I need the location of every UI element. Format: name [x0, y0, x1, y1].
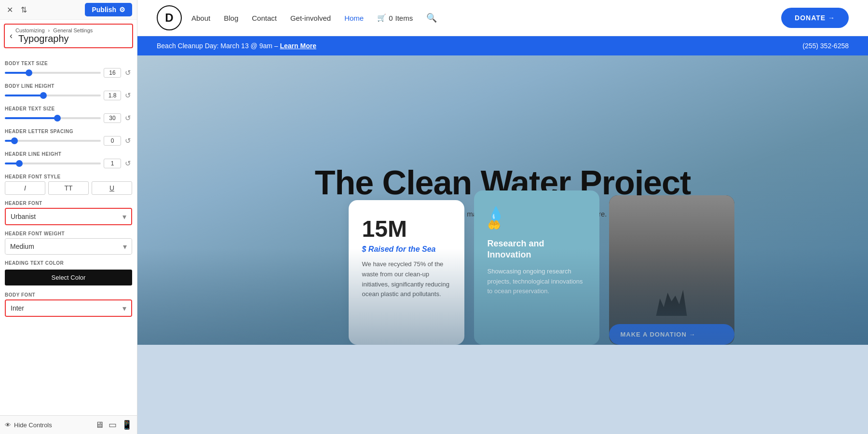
header-letter-spacing-label: HEADER LETTER SPACING	[5, 129, 132, 134]
body-font-select-wrap: Inter Roboto Open Sans Urbanist	[5, 299, 132, 317]
gear-icon: ⚙	[119, 6, 125, 14]
header-font-style-label: HEADER FONT STYLE	[5, 174, 132, 179]
header-letter-spacing-reset[interactable]: ↺	[124, 136, 132, 145]
sort-icon[interactable]: ⇅	[19, 3, 29, 16]
bottom-bar: 👁 Hide Controls 🖥 ▭ 📱	[0, 415, 137, 434]
tablet-icon[interactable]: ▭	[108, 420, 117, 430]
header-text-size-row: 30 ↺	[5, 113, 132, 123]
breadcrumb-section: ‹ Customizing › General Settings Typogra…	[4, 24, 133, 48]
header-text-size-reset[interactable]: ↺	[124, 114, 132, 122]
card-big-num: 15M	[362, 216, 451, 242]
body-line-height-label: BODY LINE HEIGHT	[5, 83, 132, 89]
header-text-size-input[interactable]: 30	[104, 113, 121, 123]
body-line-height-row: 1.8 ↺	[5, 91, 132, 100]
hide-controls-label: Hide Controls	[14, 421, 52, 429]
close-icon[interactable]: ✕	[5, 3, 15, 16]
font-style-row: I TT U	[5, 181, 132, 195]
nav-home[interactable]: Home	[344, 14, 364, 22]
publish-button[interactable]: Publish ⚙	[85, 3, 132, 16]
body-text-size-slider[interactable]	[5, 72, 101, 74]
nav-cart: 🛒 0 Items	[377, 14, 413, 22]
desktop-icon[interactable]: 🖥	[95, 420, 104, 430]
learn-more-link[interactable]: Learn More	[280, 42, 316, 50]
controls-area: BODY TEXT SIZE 16 ↺ BODY LINE HEIGHT 1.8…	[0, 50, 137, 415]
device-icons: 🖥 ▭ 📱	[95, 420, 132, 430]
site-preview: D About Blog Contact Get-involved Home 🛒…	[137, 0, 868, 434]
nav-contact[interactable]: Contact	[252, 14, 277, 22]
body-line-height-input[interactable]: 1.8	[104, 91, 121, 100]
typography-title: Typography	[18, 33, 93, 44]
ocean-overlay	[137, 248, 868, 345]
italic-icon: I	[24, 184, 26, 192]
cart-count: 0	[389, 14, 393, 22]
body-line-height-slider[interactable]	[5, 95, 101, 96]
nav-get-involved[interactable]: Get-involved	[290, 14, 331, 22]
allcaps-button[interactable]: TT	[48, 181, 89, 195]
breadcrumb-arrow: ›	[48, 27, 50, 33]
announce-bar: Beach Cleanup Day: March 13 @ 9am – Lear…	[137, 36, 868, 55]
body-text-size-label: BODY TEXT SIZE	[5, 61, 132, 66]
underline-button[interactable]: U	[92, 181, 132, 195]
donate-button[interactable]: DONATE →	[781, 8, 849, 28]
header-line-height-label: HEADER LINE HEIGHT	[5, 151, 132, 157]
header-letter-spacing-input[interactable]: 0	[104, 136, 121, 146]
breadcrumb-general-settings: General Settings	[53, 27, 93, 33]
header-font-label: HEADER FONT	[5, 201, 132, 206]
nav-blog[interactable]: Blog	[224, 14, 238, 22]
header-font-weight-select-wrap: Medium Light Regular SemiBold Bold	[5, 238, 132, 255]
announce-phone: (255) 352-6258	[802, 42, 849, 50]
body-text-size-input[interactable]: 16	[104, 68, 121, 78]
underline-icon: U	[109, 184, 114, 192]
header-text-size-label: HEADER TEXT SIZE	[5, 106, 132, 111]
select-color-button[interactable]: Select Color	[5, 270, 132, 285]
eye-icon: 👁	[5, 421, 11, 429]
header-font-weight-label: HEADER FONT WEIGHT	[5, 231, 132, 236]
hero-section: The Clean Water Project Join us in prese…	[137, 55, 868, 345]
body-font-label: BODY FONT	[5, 292, 132, 298]
breadcrumb-row: ‹ Customizing › General Settings Typogra…	[10, 27, 127, 44]
site-nav: D About Blog Contact Get-involved Home 🛒…	[137, 0, 868, 36]
header-text-size-slider[interactable]	[5, 117, 101, 119]
breadcrumb-customizing: Customizing	[15, 27, 45, 33]
mobile-icon[interactable]: 📱	[122, 420, 132, 430]
header-line-height-reset[interactable]: ↺	[124, 159, 132, 168]
italic-button[interactable]: I	[5, 181, 45, 195]
publish-label: Publish	[92, 6, 116, 14]
header-font-select-wrap: Urbanist Inter Roboto Open Sans	[5, 208, 132, 225]
left-panel: ✕ ⇅ Publish ⚙ ‹ Customizing › General Se…	[0, 0, 137, 434]
water-drop-icon: 💧 🤲	[488, 206, 586, 231]
items-label: Items	[395, 14, 413, 22]
body-line-height-reset[interactable]: ↺	[124, 91, 132, 100]
announce-text: Beach Cleanup Day: March 13 @ 9am – Lear…	[157, 42, 316, 50]
heading-text-color-label: HEADING TEXT COLOR	[5, 260, 132, 266]
nav-about[interactable]: About	[191, 14, 210, 22]
allcaps-icon: TT	[64, 184, 72, 192]
body-text-size-row: 16 ↺	[5, 68, 132, 78]
body-text-size-reset[interactable]: ↺	[124, 68, 132, 77]
back-button[interactable]: ‹	[10, 31, 13, 41]
header-font-select[interactable]: Urbanist Inter Roboto Open Sans	[6, 209, 131, 224]
body-font-select[interactable]: Inter Roboto Open Sans Urbanist	[6, 300, 131, 316]
cart-icon: 🛒	[377, 14, 386, 22]
search-icon[interactable]: 🔍	[426, 13, 437, 23]
breadcrumb: Customizing › General Settings Typograph…	[15, 27, 93, 44]
site-logo: D	[157, 5, 182, 30]
panel-topbar: ✕ ⇅ Publish ⚙	[0, 0, 137, 20]
panel-topbar-icons: ✕ ⇅	[5, 3, 29, 16]
header-letter-spacing-slider[interactable]	[5, 140, 101, 142]
hide-controls-button[interactable]: 👁 Hide Controls	[5, 421, 52, 429]
header-font-weight-select[interactable]: Medium Light Regular SemiBold Bold	[5, 239, 132, 254]
header-line-height-row: 1 ↺	[5, 159, 132, 168]
nav-links: About Blog Contact Get-involved Home 🛒 0…	[191, 13, 437, 23]
header-line-height-slider[interactable]	[5, 163, 101, 164]
header-letter-spacing-row: 0 ↺	[5, 136, 132, 146]
header-line-height-input[interactable]: 1	[104, 159, 121, 168]
